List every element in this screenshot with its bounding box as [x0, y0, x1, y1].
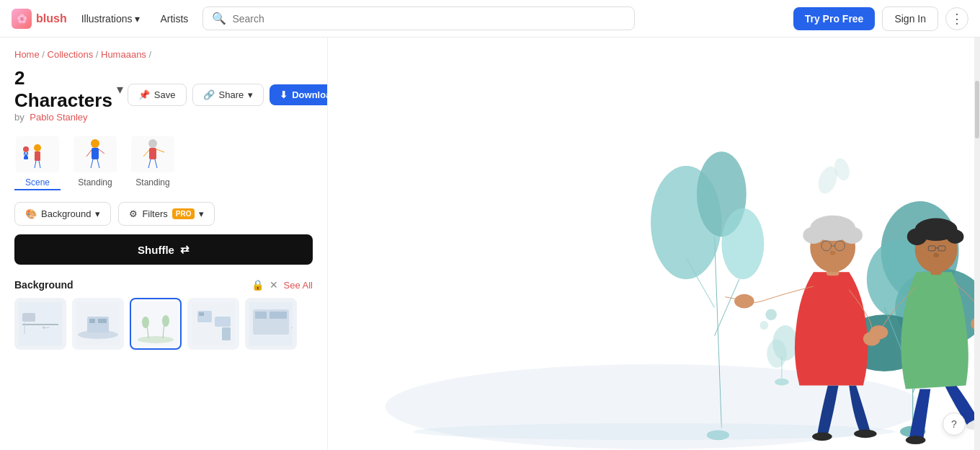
svg-rect-26 — [22, 313, 35, 322]
svg-text:←: ← — [40, 321, 52, 333]
svg-point-109 — [933, 253, 939, 257]
share-button[interactable]: 🔗 Share ▾ — [192, 84, 264, 106]
variant-standing-1-label: Standing — [78, 177, 112, 188]
variant-standing-2[interactable]: Standing — [130, 134, 176, 190]
svg-point-5 — [34, 144, 41, 151]
svg-point-96 — [829, 251, 835, 255]
svg-rect-49 — [270, 312, 287, 319]
background-thumb-4[interactable] — [187, 298, 239, 350]
svg-rect-20 — [149, 148, 156, 159]
svg-point-19 — [148, 139, 157, 148]
header: 🌸 blush Illustrations ▾ Artists 🔍 Try Pr… — [0, 0, 980, 38]
svg-rect-43 — [199, 312, 204, 316]
svg-point-85 — [734, 294, 754, 309]
svg-rect-34 — [98, 319, 107, 323]
nav-artists[interactable]: Artists — [154, 10, 194, 27]
svg-point-81 — [760, 321, 768, 330]
svg-point-40 — [162, 315, 169, 327]
background-chevron-icon: ▾ — [95, 208, 100, 219]
shuffle-button[interactable]: Shuffle ⇄ — [14, 234, 313, 265]
title-row: 2 Characters ▾ by Pablo Stanley 📌 Save 🔗 — [14, 67, 313, 123]
left-panel: Home / Collections / Humaaans / 2 Charac… — [0, 38, 328, 450]
breadcrumb-current[interactable]: Humaaans — [101, 49, 146, 60]
variant-standing-1[interactable]: Standing — [72, 134, 118, 190]
background-thumbnails: ← — [14, 298, 313, 350]
svg-rect-45 — [222, 327, 231, 340]
variant-standing-1-thumb — [72, 134, 118, 175]
logo[interactable]: 🌸 blush — [12, 9, 67, 29]
chevron-down-icon: ▾ — [135, 13, 140, 25]
scrollbar-thumb — [975, 81, 979, 138]
svg-rect-33 — [89, 319, 95, 323]
logo-icon: 🌸 — [12, 9, 32, 29]
svg-rect-44 — [215, 317, 231, 327]
variant-scene-thumb — [14, 134, 61, 175]
filters-control-button[interactable]: ⚙ Filters PRO ▾ — [118, 202, 215, 226]
variants-row: Scene Standing — [14, 134, 313, 190]
search-input[interactable] — [232, 13, 625, 25]
search-bar: 🔍 — [202, 6, 635, 30]
svg-point-75 — [775, 379, 789, 386]
right-panel — [328, 38, 980, 450]
background-section-title: Background — [14, 279, 74, 291]
variant-standing-2-label: Standing — [135, 177, 169, 188]
nav-illustrations[interactable]: Illustrations ▾ — [76, 10, 146, 27]
breadcrumb-home[interactable]: Home — [14, 49, 40, 60]
breadcrumb: Home / Collections / Humaaans / — [14, 49, 313, 60]
try-pro-button[interactable]: Try Pro Free — [793, 7, 876, 30]
svg-point-97 — [905, 436, 925, 444]
svg-point-92 — [841, 226, 862, 244]
see-all-link[interactable]: See All — [284, 280, 313, 291]
share-chevron-icon: ▾ — [248, 89, 253, 100]
svg-point-80 — [765, 309, 777, 320]
sign-in-button[interactable]: Sign In — [882, 6, 938, 31]
page-title: 2 Characters — [14, 67, 112, 112]
svg-rect-13 — [92, 148, 99, 159]
title-chevron-icon[interactable]: ▾ — [117, 81, 123, 97]
lock-icon-button[interactable]: 🔒 — [251, 279, 264, 291]
svg-line-70 — [714, 279, 739, 336]
background-section-header: Background 🔒 ✕ See All — [14, 279, 313, 291]
svg-point-36 — [138, 336, 174, 343]
help-button[interactable]: ? — [943, 412, 966, 436]
svg-point-99 — [869, 325, 888, 340]
breadcrumb-collections[interactable]: Collections — [48, 49, 94, 60]
main-content: Home / Collections / Humaaans / 2 Charac… — [0, 38, 980, 450]
header-right: Try Pro Free Sign In ⋮ — [793, 6, 968, 31]
svg-rect-48 — [255, 312, 267, 319]
refresh-icon-button[interactable]: ✕ — [270, 279, 278, 291]
logo-text: blush — [36, 12, 67, 25]
title-left: 2 Characters ▾ by Pablo Stanley — [14, 67, 128, 123]
save-button[interactable]: 📌 Save — [128, 84, 187, 106]
svg-point-91 — [803, 226, 824, 244]
more-options-button[interactable]: ⋮ — [945, 7, 968, 30]
background-thumb-5[interactable]: → — [245, 298, 297, 350]
svg-point-12 — [91, 139, 99, 148]
svg-point-105 — [946, 229, 963, 244]
shuffle-icon: ⇄ — [180, 243, 190, 256]
svg-point-1 — [23, 146, 29, 152]
pin-icon: 📌 — [138, 89, 150, 100]
filters-icon: ⚙ — [129, 208, 138, 219]
title-actions: 📌 Save 🔗 Share ▾ ⬇ Download ▾ — [128, 84, 328, 106]
pro-badge: PRO — [172, 208, 195, 219]
svg-point-38 — [142, 317, 149, 328]
svg-point-83 — [812, 432, 832, 441]
variant-scene[interactable]: Scene — [14, 134, 61, 190]
background-thumb-1[interactable]: ← — [14, 298, 66, 350]
download-button[interactable]: ⬇ Download ▾ — [270, 84, 328, 105]
svg-point-104 — [906, 228, 927, 245]
controls-row: 🎨 Background ▾ ⚙ Filters PRO ▾ — [14, 202, 313, 226]
svg-point-68 — [721, 208, 764, 279]
filters-chevron-icon: ▾ — [199, 208, 204, 219]
background-thumb-3[interactable] — [130, 298, 182, 350]
scrollbar[interactable] — [974, 38, 980, 450]
variant-standing-2-thumb — [130, 134, 176, 175]
background-thumb-2[interactable] — [72, 298, 124, 350]
title-section: 2 Characters ▾ by Pablo Stanley — [14, 67, 123, 123]
background-control-button[interactable]: 🎨 Background ▾ — [14, 202, 111, 226]
author-link[interactable]: Pablo Stanley — [30, 112, 87, 123]
download-icon: ⬇ — [280, 89, 288, 100]
search-icon: 🔍 — [212, 12, 226, 25]
svg-rect-6 — [35, 151, 40, 161]
